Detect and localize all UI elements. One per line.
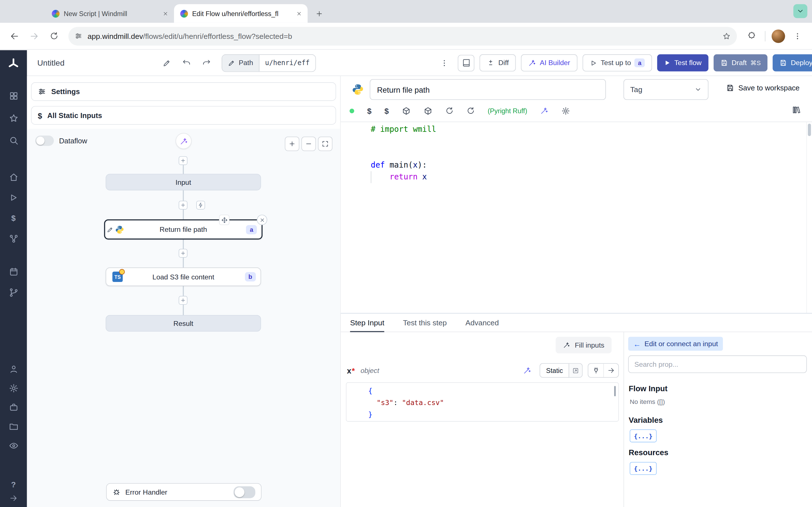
package-icon[interactable] bbox=[402, 106, 410, 115]
sidebar-collapse-icon[interactable] bbox=[7, 492, 20, 504]
scrollbar-thumb[interactable] bbox=[808, 124, 811, 136]
bookmark-star-icon[interactable] bbox=[722, 32, 730, 40]
assets-icon[interactable] bbox=[423, 106, 432, 115]
move-step-icon[interactable] bbox=[219, 215, 230, 225]
variable-picker-icon[interactable]: $ bbox=[367, 106, 371, 115]
reload-button[interactable] bbox=[45, 27, 63, 45]
sidebar-item-audit-logs[interactable] bbox=[7, 439, 20, 452]
ai-flow-chat-button[interactable] bbox=[175, 133, 192, 149]
step-node-a[interactable]: Return file path a bbox=[104, 219, 262, 240]
insert-arrow-icon[interactable] bbox=[603, 363, 618, 377]
extensions-icon[interactable] bbox=[742, 27, 761, 45]
ai-fill-icon[interactable] bbox=[523, 366, 531, 374]
resource-picker-icon[interactable]: $ bbox=[384, 106, 389, 115]
sidebar-item-workspace[interactable] bbox=[7, 401, 20, 413]
address-bar[interactable]: app.windmill.dev/flows/edit/u/henri/effo… bbox=[68, 27, 737, 45]
add-trigger-icon[interactable] bbox=[196, 201, 205, 210]
edit-title-icon[interactable] bbox=[158, 55, 175, 71]
plug-icon[interactable] bbox=[589, 363, 603, 377]
error-handler[interactable]: Error Handler bbox=[106, 483, 262, 501]
tab-close-icon[interactable] bbox=[294, 9, 303, 18]
reload-deps-icon[interactable] bbox=[445, 107, 453, 115]
editor-settings-icon[interactable] bbox=[561, 106, 570, 115]
add-step-button-top[interactable] bbox=[179, 156, 188, 165]
browser-tab-active[interactable]: Edit Flow u/henri/effortless_fl bbox=[174, 4, 308, 23]
add-step-button-2[interactable] bbox=[179, 249, 188, 258]
expression-mode-icon[interactable] bbox=[569, 363, 582, 377]
sidebar-item-favorites[interactable] bbox=[7, 112, 20, 124]
back-button[interactable] bbox=[5, 27, 24, 45]
sidebar-item-folders[interactable] bbox=[7, 420, 20, 432]
settings-button[interactable]: Settings bbox=[31, 82, 336, 101]
code-editor[interactable]: # import wmill def main(x): return x bbox=[341, 122, 812, 313]
sidebar-item-home[interactable] bbox=[7, 171, 20, 183]
sidebar-item-apps[interactable] bbox=[7, 90, 20, 102]
forward-button[interactable] bbox=[25, 27, 43, 45]
tab-advanced[interactable]: Advanced bbox=[465, 314, 499, 332]
input-node[interactable]: Input bbox=[106, 174, 261, 190]
windmill-logo[interactable] bbox=[7, 57, 20, 70]
browser-tab-inactive[interactable]: New Script | Windmill bbox=[46, 4, 174, 23]
sidebar-item-resources[interactable] bbox=[7, 232, 20, 245]
sidebar-item-settings[interactable] bbox=[7, 382, 20, 394]
sidebar-item-variables[interactable]: $ bbox=[7, 212, 20, 224]
tab-step-input[interactable]: Step Input bbox=[350, 314, 384, 332]
editor-scrollbar[interactable] bbox=[806, 122, 812, 313]
zoom-in-button[interactable] bbox=[285, 136, 299, 151]
resources-object-button[interactable]: {...} bbox=[629, 462, 657, 475]
tab-test-this-step[interactable]: Test this step bbox=[403, 314, 447, 332]
ai-assistant-icon[interactable] bbox=[540, 107, 548, 115]
undo-button[interactable] bbox=[178, 55, 195, 71]
site-settings-icon[interactable] bbox=[74, 32, 82, 40]
tab-search-button[interactable] bbox=[794, 4, 808, 18]
reset-editor-icon[interactable] bbox=[466, 107, 474, 115]
add-step-button-1[interactable] bbox=[179, 201, 188, 210]
test-flow-button[interactable]: Test flow bbox=[657, 54, 708, 71]
save-to-workspace-button[interactable]: Save to workspace bbox=[726, 84, 800, 92]
docs-button[interactable] bbox=[458, 55, 474, 71]
sidebar-item-search[interactable] bbox=[7, 134, 20, 147]
add-step-button-3[interactable] bbox=[179, 296, 188, 305]
sidebar-item-help[interactable]: ? bbox=[7, 478, 20, 490]
result-node[interactable]: Result bbox=[106, 315, 261, 332]
library-icon[interactable] bbox=[792, 106, 801, 114]
variables-object-button[interactable]: {...} bbox=[629, 429, 657, 442]
fit-view-button[interactable] bbox=[318, 136, 333, 151]
fill-inputs-button[interactable]: Fill inputs bbox=[556, 337, 612, 353]
test-up-to-button[interactable]: Test up toa bbox=[582, 54, 652, 71]
sidebar-item-users[interactable] bbox=[7, 363, 20, 375]
sidebar-item-workers[interactable] bbox=[7, 286, 20, 298]
path-display[interactable]: Path u/henri/eff bbox=[221, 54, 316, 71]
sidebar-item-runs[interactable] bbox=[7, 191, 20, 204]
dataflow-toggle[interactable] bbox=[35, 135, 54, 146]
step-node-b[interactable]: TS Load S3 file content b bbox=[106, 268, 261, 286]
error-handler-toggle[interactable] bbox=[234, 486, 255, 498]
delete-step-icon[interactable] bbox=[257, 215, 267, 225]
redo-button[interactable] bbox=[198, 55, 214, 71]
flow-canvas[interactable]: Dataflow Input bbox=[27, 129, 340, 507]
more-options-icon[interactable] bbox=[436, 55, 453, 71]
browser-menu-icon[interactable] bbox=[788, 27, 807, 45]
url-path: /flows/edit/u/henri/effortless_flow?sele… bbox=[143, 32, 292, 40]
draft-button[interactable]: Draft⌘S bbox=[713, 54, 767, 71]
diff-button[interactable]: Diff bbox=[480, 54, 516, 71]
step-name-input[interactable] bbox=[370, 79, 606, 100]
tag-select[interactable]: Tag bbox=[623, 79, 708, 100]
deploy-button[interactable]: Deploy bbox=[772, 54, 812, 71]
sidebar-item-schedules[interactable] bbox=[7, 265, 20, 278]
tab-close-icon[interactable] bbox=[160, 9, 170, 18]
edit-connect-button[interactable]: ← Edit or connect an input bbox=[628, 337, 723, 351]
lint-status[interactable]: (Pyright Ruff) bbox=[488, 107, 527, 115]
search-prop-input[interactable] bbox=[628, 355, 807, 373]
json-value-editor[interactable]: { "s3": "data.csv"} bbox=[346, 382, 619, 421]
profile-avatar[interactable] bbox=[772, 29, 785, 43]
zoom-out-button[interactable] bbox=[301, 136, 316, 151]
all-static-inputs-button[interactable]: $ All Static Inputs bbox=[31, 106, 336, 125]
json-scrollbar-thumb[interactable] bbox=[614, 386, 616, 396]
ai-builder-button[interactable]: AI Builder bbox=[521, 54, 577, 71]
dataflow-label: Dataflow bbox=[59, 136, 87, 145]
static-mode-button[interactable]: Static bbox=[541, 363, 569, 377]
url-host: app.windmill.dev bbox=[87, 32, 143, 40]
edit-step-icon[interactable] bbox=[107, 226, 113, 233]
new-tab-button[interactable] bbox=[312, 6, 326, 20]
